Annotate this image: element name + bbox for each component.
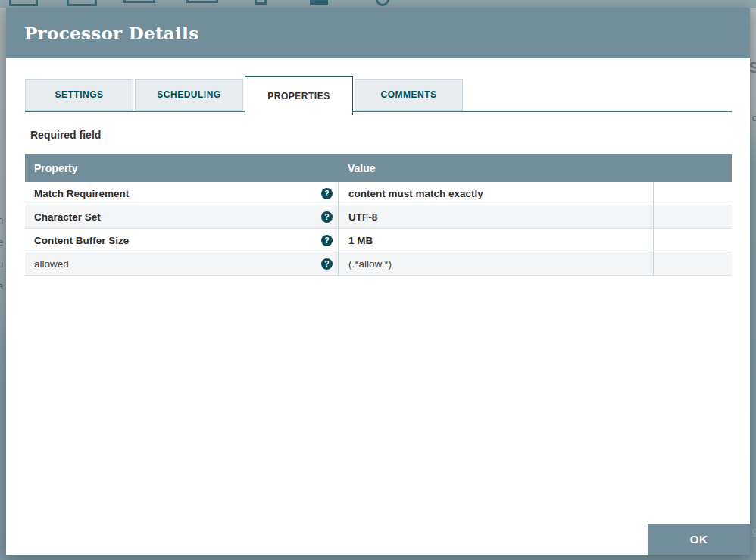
properties-table-body: Match Requirement?content must match exa… xyxy=(25,182,732,276)
input-port-icon xyxy=(67,0,97,6)
bg-text-fragment: S xyxy=(749,59,756,77)
property-value: content must match exactly xyxy=(348,188,483,199)
tab-scheduling[interactable]: SCHEDULING xyxy=(135,79,243,111)
property-extra-cell xyxy=(654,229,732,252)
tab-underline xyxy=(25,111,732,112)
property-value-cell: (.*allow.*) xyxy=(339,252,654,275)
property-row[interactable]: Content Buffer Size?1 MB xyxy=(25,229,732,252)
bg-text-fragment: a xyxy=(0,280,3,292)
bg-text-fragment: e xyxy=(0,236,3,248)
property-name: Content Buffer Size xyxy=(34,235,129,246)
bg-text-fragment: d xyxy=(752,112,756,124)
column-header-value: Value xyxy=(339,162,654,174)
property-name-cell: allowed? xyxy=(25,252,339,275)
output-port-icon xyxy=(255,0,267,5)
background-right-strip xyxy=(749,8,756,560)
tab-comments[interactable]: COMMENTS xyxy=(355,79,463,111)
property-extra-cell xyxy=(654,182,732,205)
properties-table: Property Value Match Requirement?content… xyxy=(25,154,732,276)
funnel-icon xyxy=(310,0,328,5)
help-icon[interactable]: ? xyxy=(321,188,333,199)
processor-details-dialog: Processor Details SETTINGSSCHEDULINGPROP… xyxy=(6,8,750,555)
dialog-header: Processor Details xyxy=(6,8,750,58)
property-value-cell: UTF-8 xyxy=(339,205,654,228)
process-group-icon xyxy=(123,0,155,3)
property-name-cell: Character Set? xyxy=(25,205,339,228)
property-name: Character Set xyxy=(34,211,101,223)
property-value: (.*allow.*) xyxy=(348,258,392,270)
processor-icon xyxy=(9,0,38,6)
property-extra-cell xyxy=(654,205,732,228)
property-name-cell: Match Requirement? xyxy=(25,182,339,205)
tab-bar: SETTINGSSCHEDULINGPROPERTIESCOMMENTS xyxy=(25,76,732,115)
properties-table-header: Property Value xyxy=(25,154,732,182)
canvas-toolbar-strip xyxy=(0,0,756,8)
property-value-cell: 1 MB xyxy=(339,229,654,252)
dialog-title: Processor Details xyxy=(24,23,198,43)
property-value-cell: content must match exactly xyxy=(339,182,654,205)
bg-text-fragment: n xyxy=(0,214,3,226)
bg-text-fragment: u xyxy=(0,258,3,270)
ok-button[interactable]: OK xyxy=(648,524,750,555)
bg-text-fragment: g xyxy=(752,525,756,537)
column-header-property: Property xyxy=(25,162,339,174)
property-name-cell: Content Buffer Size? xyxy=(25,229,339,252)
property-row[interactable]: Character Set?UTF-8 xyxy=(25,205,732,229)
property-name: Match Requirement xyxy=(34,188,129,199)
tab-properties[interactable]: PROPERTIES xyxy=(245,76,353,115)
nifi-screen: n e u a S d g Processor Details SETTINGS… xyxy=(0,0,756,560)
tab-settings[interactable]: SETTINGS xyxy=(25,79,133,111)
property-row[interactable]: allowed?(.*allow.*) xyxy=(25,252,732,276)
property-extra-cell xyxy=(654,252,732,275)
property-row[interactable]: Match Requirement?content must match exa… xyxy=(25,182,732,205)
remote-process-group-icon xyxy=(186,0,218,3)
help-icon[interactable]: ? xyxy=(321,211,333,223)
template-icon xyxy=(375,0,390,6)
required-field-note: Required field xyxy=(30,129,101,141)
help-icon[interactable]: ? xyxy=(321,235,333,246)
property-name: allowed xyxy=(34,258,69,270)
property-value: 1 MB xyxy=(348,235,373,246)
help-icon[interactable]: ? xyxy=(321,258,333,270)
property-value: UTF-8 xyxy=(348,211,377,223)
